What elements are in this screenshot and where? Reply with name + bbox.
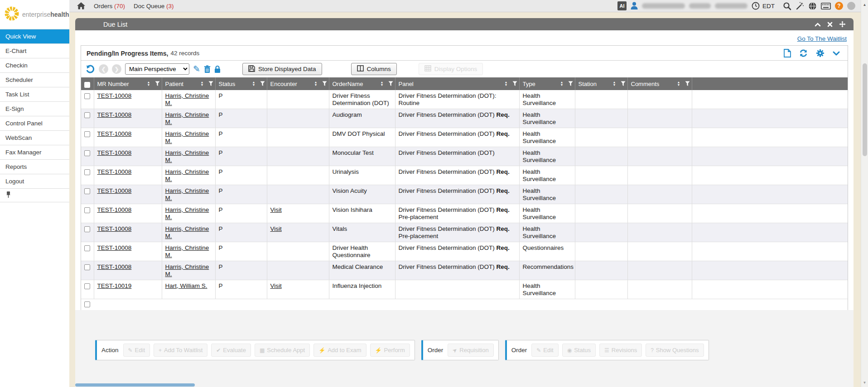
filter-icon[interactable] [155,81,160,86]
sidebar-item-webscan[interactable]: WebScan [0,131,69,145]
nav-orders[interactable]: Orders (70) [94,3,125,10]
mr-number-link[interactable]: TEST-10008 [97,206,132,213]
mr-number-link[interactable]: TEST-10008 [97,130,132,137]
select-all-checkbox[interactable] [84,82,90,88]
keyboard-icon[interactable] [821,3,831,10]
sidebar-item-task-list[interactable]: Task List [0,87,69,102]
sort-icon[interactable]: ▲▼ [147,81,150,86]
perspective-select[interactable]: Main Perspective [125,63,189,75]
patient-link[interactable]: Harris, Christine M. [165,168,209,182]
row-checkbox[interactable] [84,226,90,232]
sort-icon[interactable]: ▲▼ [613,81,616,86]
go-to-waitlist-link[interactable]: Go To The Waitlist [797,35,847,42]
filter-icon[interactable] [685,81,690,86]
sidebar-item-e-sign[interactable]: E-Sign [0,102,69,116]
sidebar-item-checkin[interactable]: Checkin [0,58,69,73]
row-checkbox[interactable] [84,283,90,289]
ai-assistant-icon[interactable]: AI [617,1,627,10]
mr-number-link[interactable]: TEST-10008 [97,111,132,118]
scroll-up-arrow-icon[interactable]: ▲ [861,3,868,7]
filter-icon[interactable] [621,81,626,86]
help-icon[interactable]: ? [835,2,843,10]
row-checkbox[interactable] [84,112,90,118]
mr-number-link[interactable]: TEST-10008 [97,244,132,251]
vertical-scrollbar-thumb[interactable] [863,63,867,156]
sort-icon[interactable]: ▲▼ [677,81,680,86]
close-icon[interactable] [827,22,833,27]
sidebar-item-quick-view[interactable]: Quick View [0,29,69,44]
sort-icon[interactable]: ▲▼ [314,81,318,86]
lock-icon[interactable] [214,65,221,73]
gear-icon[interactable] [816,49,825,57]
vertical-scrollbar[interactable]: ▲ ▼ [861,0,868,387]
prev-perspective-button[interactable]: ❮ [99,64,108,74]
home-icon[interactable] [77,2,85,10]
move-icon[interactable] [839,21,846,28]
scroll-down-arrow-icon[interactable]: ▼ [861,381,868,385]
undo-icon[interactable] [86,65,95,74]
sort-icon[interactable]: ▲▼ [505,81,508,86]
patient-link[interactable]: Harris, Christine M. [165,149,209,163]
patient-link[interactable]: Harris, Christine M. [165,244,209,258]
user-icon[interactable] [631,2,638,10]
row-checkbox[interactable] [84,245,90,251]
row-checkbox[interactable] [84,188,90,194]
next-perspective-button[interactable]: ❯ [112,64,121,74]
mr-number-link[interactable]: TEST-10019 [97,282,132,289]
patient-link[interactable]: Harris, Christine M. [165,206,209,220]
refresh-icon[interactable] [799,49,808,57]
filter-icon[interactable] [568,81,573,86]
mr-number-link[interactable]: TEST-10008 [97,225,132,232]
search-icon[interactable] [783,2,791,10]
filter-icon[interactable] [208,81,213,86]
clock-icon[interactable] [752,2,760,10]
row-checkbox[interactable] [84,301,90,307]
magic-wand-icon[interactable] [796,2,804,10]
filter-icon[interactable] [388,81,393,86]
horizontal-scrollbar-thumb[interactable] [75,383,195,387]
mr-number-link[interactable]: TEST-10008 [97,187,132,194]
sort-icon[interactable]: ▲▼ [381,81,384,86]
filter-icon[interactable] [260,81,265,86]
encounter-link[interactable]: Visit [270,282,282,289]
row-checkbox[interactable] [84,169,90,175]
profile-avatar[interactable] [847,2,855,10]
globe-icon[interactable] [808,2,817,10]
sidebar-item-e-chart[interactable]: E-Chart [0,44,69,58]
sort-icon[interactable]: ▲▼ [560,81,564,86]
sidebar-item-logout[interactable]: Logout [0,174,69,189]
patient-link[interactable]: Harris, Christine M. [165,130,209,144]
sort-icon[interactable]: ▲▼ [201,81,204,86]
patient-link[interactable]: Hart, William S. [165,282,207,289]
filter-icon[interactable] [512,81,517,86]
new-document-icon[interactable] [784,49,791,57]
mr-number-link[interactable]: TEST-10008 [97,92,132,99]
patient-link[interactable]: Harris, Christine M. [165,187,209,201]
row-checkbox[interactable] [84,264,90,270]
sidebar-pin-button[interactable] [0,189,69,202]
row-checkbox[interactable] [84,207,90,213]
patient-link[interactable]: Harris, Christine M. [165,92,209,106]
edit-perspective-icon[interactable]: ✎ [193,65,200,73]
patient-link[interactable]: Harris, Christine M. [165,225,209,239]
delete-perspective-icon[interactable] [204,65,211,73]
mr-number-link[interactable]: TEST-10008 [97,168,132,175]
mr-number-link[interactable]: TEST-10008 [97,149,132,156]
sidebar-item-reports[interactable]: Reports [0,160,69,174]
row-checkbox[interactable] [84,93,90,99]
patient-link[interactable]: Harris, Christine M. [165,263,209,277]
row-checkbox[interactable] [84,150,90,156]
patient-link[interactable]: Harris, Christine M. [165,111,209,125]
encounter-link[interactable]: Visit [270,206,282,213]
chevron-down-icon[interactable] [833,51,840,56]
collapse-icon[interactable] [815,22,821,27]
sort-icon[interactable]: ▲▼ [252,81,256,86]
store-displayed-data-button[interactable]: Store Displayed Data [242,63,322,75]
nav-doc-queue[interactable]: Doc Queue (3) [134,3,174,10]
sidebar-item-control-panel[interactable]: Control Panel [0,116,69,131]
filter-icon[interactable] [322,81,327,86]
sidebar-item-fax-manager[interactable]: Fax Manager [0,145,69,160]
columns-button[interactable]: Columns [351,63,397,75]
encounter-link[interactable]: Visit [270,225,282,232]
row-checkbox[interactable] [84,131,90,137]
